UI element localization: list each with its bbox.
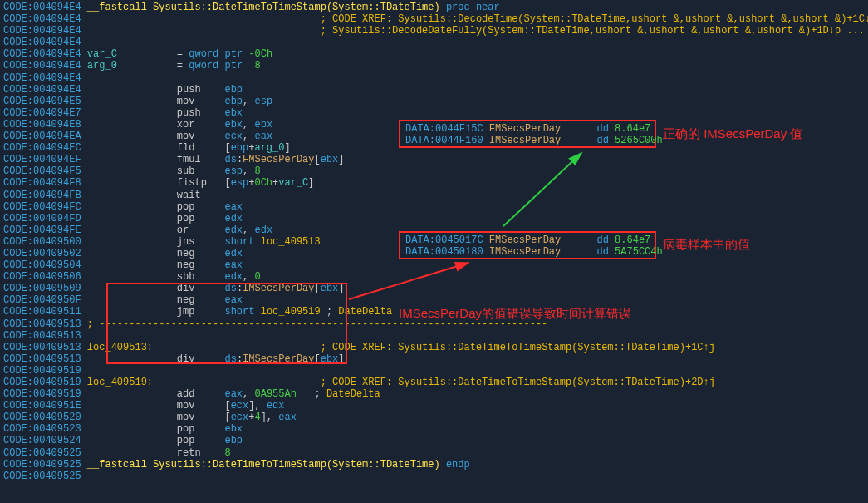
asm-line: CODE:004094E4 var_C = qword ptr -0Ch <box>3 48 865 60</box>
asm-line: CODE:004094F5 sub esp, 8 <box>3 165 865 177</box>
asm-line: CODE:004094E4 ; CODE XREF: Sysutils::Dec… <box>3 13 865 25</box>
asm-line: CODE:004094E4 push ebp <box>3 84 865 96</box>
asm-line: CODE:0040950F neg eax <box>3 294 865 306</box>
asm-line: CODE:004094F8 fistp [esp+0Ch+var_C] <box>3 177 865 189</box>
asm-line: CODE:004094E5 mov ebp, esp <box>3 96 865 107</box>
asm-line: CODE:00409525 __fastcall Sysutils::DateT… <box>3 459 865 471</box>
disassembly-listing: CODE:004094E4 __fastcall Sysutils::DateT… <box>0 0 868 496</box>
asm-line: CODE:00409524 pop ebp <box>3 435 865 446</box>
asm-line: CODE:004094E4 ; Sysutils::DecodeDateFull… <box>3 25 865 37</box>
asm-line: CODE:00409504 neg eax <box>3 259 865 271</box>
asm-line: CODE:004094E4 __fastcall Sysutils::DateT… <box>3 2 865 13</box>
asm-line: CODE:004094E7 push ebx <box>3 107 865 119</box>
asm-line: CODE:00409502 neg edx <box>3 248 865 259</box>
asm-line: CODE:00409519 <box>3 365 865 377</box>
asm-line: CODE:004094FB wait <box>3 190 865 201</box>
asm-line: CODE:00409500 jns short loc_409513 <box>3 236 865 248</box>
asm-line: CODE:004094FD pop edx <box>3 213 865 224</box>
asm-line: CODE:004094EC fld [ebp+arg_0] <box>3 142 865 154</box>
asm-line: CODE:00409513 ; ------------------------… <box>3 318 865 330</box>
asm-line: CODE:00409519 loc_409519: ; CODE XREF: S… <box>3 377 865 388</box>
asm-line: CODE:004094E4 <box>3 72 865 84</box>
asm-line: CODE:00409523 pop ebx <box>3 423 865 435</box>
asm-line: CODE:00409520 mov [ecx+4], eax <box>3 412 865 423</box>
asm-line: CODE:004094FC pop eax <box>3 201 865 213</box>
asm-line: CODE:00409519 add eax, 0A955Ah ; DateDel… <box>3 388 865 400</box>
asm-line: CODE:00409509 div ds:IMSecsPerDay[ebx] <box>3 283 865 294</box>
asm-line: CODE:004094E4 <box>3 37 865 48</box>
asm-line: CODE:00409513 loc_409513: ; CODE XREF: S… <box>3 342 865 353</box>
asm-line: CODE:004094E8 xor ebx, ebx <box>3 119 865 131</box>
asm-line: CODE:00409506 sbb edx, 0 <box>3 271 865 283</box>
asm-line: CODE:004094FE or edx, edx <box>3 224 865 236</box>
asm-line: CODE:00409511 jmp short loc_409519 ; Dat… <box>3 306 865 318</box>
asm-line <box>3 482 865 494</box>
asm-line: CODE:00409513 <box>3 330 865 342</box>
asm-line: CODE:00409513 div ds:IMSecsPerDay[ebx] <box>3 353 865 365</box>
asm-line: CODE:0040951E mov [ecx], edx <box>3 400 865 412</box>
asm-line: CODE:004094EA mov ecx, eax <box>3 131 865 142</box>
asm-line: CODE:004094EF fmul ds:FMSecsPerDay[ebx] <box>3 154 865 165</box>
asm-line: CODE:00409525 retn 8 <box>3 447 865 459</box>
asm-line: CODE:004094E4 arg_0 = qword ptr 8 <box>3 60 865 72</box>
asm-line: CODE:00409525 <box>3 471 865 482</box>
